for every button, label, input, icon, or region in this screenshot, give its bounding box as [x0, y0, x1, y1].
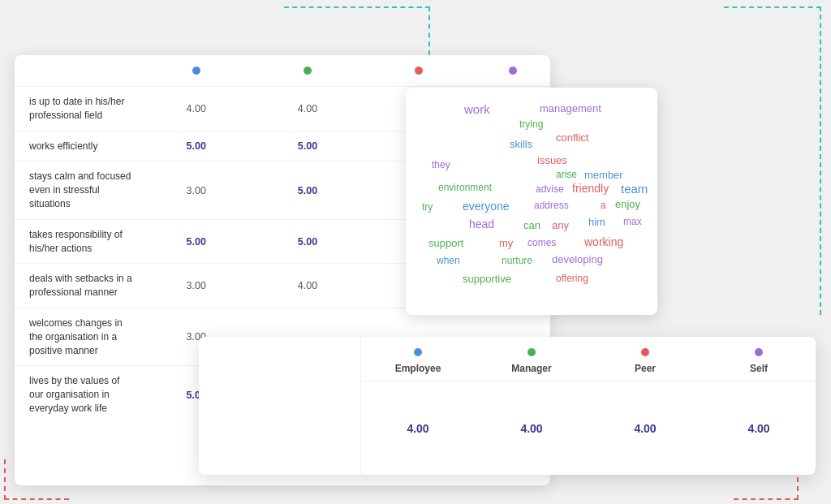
- front-header-row: EmployeeManagerPeerSelf: [361, 337, 816, 381]
- front-col-label: Employee: [395, 363, 441, 374]
- row-label: works efficiently: [15, 131, 140, 162]
- row-value: 5.00: [252, 219, 363, 264]
- manager-dot: [304, 67, 312, 75]
- word-item: support: [428, 237, 463, 249]
- col-header-peer: [364, 55, 475, 87]
- col-header-manager: [252, 55, 363, 87]
- front-col-value: 4.00: [588, 422, 702, 435]
- row-value: 4.00: [140, 87, 252, 131]
- row-value: 5.00: [140, 131, 252, 162]
- self-dot: [509, 67, 517, 75]
- teal-dashed-top: [284, 6, 430, 55]
- front-col-dot: [755, 348, 763, 356]
- table-header: [15, 55, 550, 87]
- employee-dot: [192, 67, 200, 75]
- word-item: member: [584, 169, 623, 181]
- word-item: they: [432, 159, 450, 170]
- wordcloud: workmanagementtryingconflictskillsissues…: [414, 96, 649, 307]
- word-item: any: [552, 219, 569, 231]
- row-label: deals with setbacks in a professional ma…: [15, 264, 140, 308]
- word-item: management: [540, 102, 601, 114]
- row-label: is up to date in his/her professional fi…: [15, 87, 140, 131]
- word-item: max: [623, 216, 642, 227]
- row-value: 5.00: [140, 219, 252, 264]
- col-header-employee: [140, 55, 252, 87]
- word-item: friendly: [572, 182, 609, 195]
- row-label: takes responsibility of his/her actions: [15, 219, 140, 264]
- word-item: my: [499, 237, 513, 249]
- front-card: EmployeeManagerPeerSelf 4.004.004.004.00: [199, 337, 816, 475]
- word-item: working: [584, 235, 623, 248]
- word-item: skills: [510, 138, 532, 150]
- word-item: a: [601, 200, 606, 211]
- row-value: 3.00: [140, 264, 252, 308]
- word-item: when: [437, 255, 460, 266]
- word-item: conflict: [556, 131, 588, 144]
- word-item: advise: [536, 183, 564, 195]
- front-col-dot: [641, 348, 649, 356]
- row-value: 5.00: [252, 131, 363, 162]
- word-item: head: [469, 218, 494, 230]
- col-header-self: [475, 55, 550, 87]
- row-value: 5.00: [252, 162, 363, 219]
- front-col-value: 4.00: [361, 422, 475, 435]
- front-col-header: Manager: [475, 348, 588, 374]
- word-item: work: [464, 102, 490, 116]
- wordcloud-card: workmanagementtryingconflictskillsissues…: [406, 88, 657, 315]
- row-value: 4.00: [252, 87, 363, 131]
- word-item: developing: [552, 253, 603, 265]
- front-col-header: Self: [702, 348, 816, 374]
- word-item: try: [422, 201, 433, 213]
- word-item: can: [523, 219, 540, 231]
- row-label: welcomes changes in the organisation in …: [15, 308, 140, 365]
- front-col-value: 4.00: [475, 422, 588, 435]
- word-item: trying: [519, 118, 543, 130]
- word-item: environment: [438, 182, 492, 193]
- word-item: arise: [556, 169, 577, 180]
- word-item: offering: [556, 273, 588, 284]
- word-item: him: [588, 216, 605, 228]
- front-col-label: Manager: [511, 363, 551, 374]
- front-col-label: Peer: [635, 363, 656, 374]
- word-item: comes: [527, 237, 556, 248]
- scene: is up to date in his/her professional fi…: [0, 0, 831, 504]
- front-col-label: Self: [750, 363, 768, 374]
- peer-dot: [415, 67, 423, 75]
- front-col-header: Peer: [588, 348, 702, 374]
- front-data-row: 4.004.004.004.00: [361, 381, 816, 475]
- row-label: lives by the values of our organisation …: [15, 366, 140, 424]
- word-item: enjoy: [615, 198, 640, 210]
- row-value: 4.00: [252, 264, 363, 308]
- word-item: issues: [537, 154, 567, 166]
- word-item: address: [534, 200, 569, 211]
- teal-dashed-right: [724, 6, 821, 315]
- front-card-data: EmployeeManagerPeerSelf 4.004.004.004.00: [361, 337, 816, 475]
- row-value: 3.00: [140, 162, 252, 219]
- word-item: supportive: [463, 273, 511, 285]
- row-label: stays calm and focused even in stressful…: [15, 162, 140, 219]
- front-col-dot: [414, 348, 422, 356]
- front-col-header: Employee: [361, 348, 475, 374]
- front-card-question: [199, 337, 361, 475]
- front-col-value: 4.00: [702, 422, 816, 435]
- col-header-label: [15, 55, 140, 87]
- front-col-dot: [527, 348, 536, 356]
- word-item: nurture: [502, 255, 532, 266]
- word-item: team: [621, 182, 648, 196]
- word-item: everyone: [463, 200, 510, 213]
